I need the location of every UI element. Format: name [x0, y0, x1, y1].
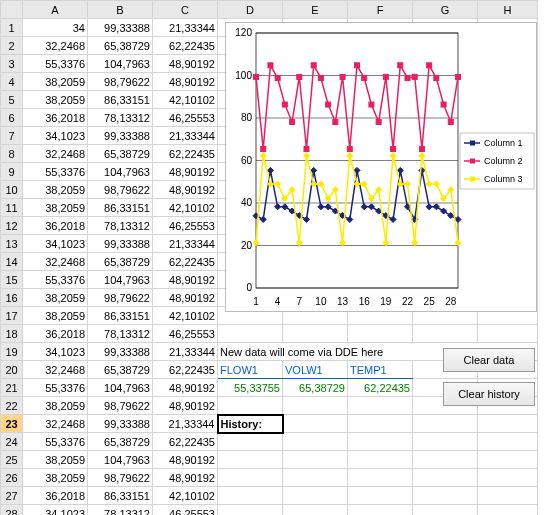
cell[interactable]: [413, 469, 478, 487]
cell[interactable]: 98,79622: [88, 73, 153, 91]
cell[interactable]: 38,2059: [23, 307, 88, 325]
cell[interactable]: [348, 469, 413, 487]
cell[interactable]: [413, 325, 478, 343]
cell[interactable]: 21,33344: [153, 19, 218, 37]
row-header[interactable]: 12: [1, 217, 23, 235]
cell[interactable]: 46,25553: [153, 325, 218, 343]
cell[interactable]: [283, 469, 348, 487]
cell[interactable]: 78,13312: [88, 325, 153, 343]
cell[interactable]: 32,2468: [23, 145, 88, 163]
cell[interactable]: [218, 451, 283, 469]
cell[interactable]: 55,3376: [23, 271, 88, 289]
cell[interactable]: 36,2018: [23, 487, 88, 505]
cell[interactable]: 86,33151: [88, 91, 153, 109]
clear-data-button[interactable]: Clear data: [443, 348, 535, 372]
cell[interactable]: 48,90192: [153, 271, 218, 289]
cell[interactable]: 48,90192: [153, 73, 218, 91]
cell[interactable]: 104,7963: [88, 379, 153, 397]
cell[interactable]: [478, 487, 538, 505]
cell[interactable]: 38,2059: [23, 397, 88, 415]
cell[interactable]: 46,25553: [153, 217, 218, 235]
cell[interactable]: 86,33151: [88, 307, 153, 325]
cell[interactable]: 62,22435: [153, 253, 218, 271]
cell[interactable]: 62,22435: [153, 37, 218, 55]
row-header[interactable]: 25: [1, 451, 23, 469]
cell[interactable]: [283, 415, 348, 433]
cell[interactable]: 32,2468: [23, 361, 88, 379]
cell[interactable]: 38,2059: [23, 91, 88, 109]
col-header-E[interactable]: E: [283, 1, 348, 19]
cell[interactable]: [218, 397, 283, 415]
cell[interactable]: 34,1023: [23, 505, 88, 516]
cell[interactable]: [218, 505, 283, 516]
cell[interactable]: FLOW1: [218, 361, 283, 379]
cell[interactable]: [478, 505, 538, 516]
row-header[interactable]: 13: [1, 235, 23, 253]
cell[interactable]: 98,79622: [88, 397, 153, 415]
cell[interactable]: 48,90192: [153, 397, 218, 415]
cell[interactable]: 99,33388: [88, 19, 153, 37]
cell[interactable]: [413, 451, 478, 469]
cell[interactable]: [283, 433, 348, 451]
cell[interactable]: 21,33344: [153, 127, 218, 145]
cell[interactable]: [413, 433, 478, 451]
row-header[interactable]: 2: [1, 37, 23, 55]
cell[interactable]: 34,1023: [23, 235, 88, 253]
cell[interactable]: 48,90192: [153, 289, 218, 307]
cell[interactable]: 104,7963: [88, 55, 153, 73]
col-header-H[interactable]: H: [478, 1, 538, 19]
cell[interactable]: 62,22435: [348, 379, 413, 397]
cell[interactable]: 34: [23, 19, 88, 37]
cell[interactable]: 48,90192: [153, 181, 218, 199]
cell[interactable]: 48,90192: [153, 379, 218, 397]
cell[interactable]: 65,38729: [88, 361, 153, 379]
cell[interactable]: 38,2059: [23, 451, 88, 469]
cell[interactable]: 32,2468: [23, 253, 88, 271]
cell[interactable]: [283, 487, 348, 505]
cell[interactable]: 32,2468: [23, 37, 88, 55]
cell[interactable]: 62,22435: [153, 361, 218, 379]
cell[interactable]: 98,79622: [88, 181, 153, 199]
cell[interactable]: [348, 451, 413, 469]
cell[interactable]: [348, 487, 413, 505]
cell[interactable]: 62,22435: [153, 433, 218, 451]
row-header[interactable]: 19: [1, 343, 23, 361]
cell[interactable]: [348, 397, 413, 415]
col-header-F[interactable]: F: [348, 1, 413, 19]
col-header-G[interactable]: G: [413, 1, 478, 19]
cell[interactable]: [283, 397, 348, 415]
cell[interactable]: 65,38729: [283, 379, 348, 397]
row-header[interactable]: 22: [1, 397, 23, 415]
cell[interactable]: 99,33388: [88, 343, 153, 361]
cell[interactable]: [218, 433, 283, 451]
clear-history-button[interactable]: Clear history: [443, 382, 535, 406]
cell[interactable]: 34,1023: [23, 127, 88, 145]
cell[interactable]: [348, 433, 413, 451]
col-header-C[interactable]: C: [153, 1, 218, 19]
row-header[interactable]: 8: [1, 145, 23, 163]
row-header[interactable]: 16: [1, 289, 23, 307]
cell[interactable]: 55,3376: [23, 55, 88, 73]
row-header[interactable]: 5: [1, 91, 23, 109]
cell[interactable]: [283, 325, 348, 343]
row-header[interactable]: 17: [1, 307, 23, 325]
cell[interactable]: 78,13312: [88, 217, 153, 235]
cell[interactable]: VOLW1: [283, 361, 348, 379]
cell[interactable]: 99,33388: [88, 415, 153, 433]
cell[interactable]: 86,33151: [88, 487, 153, 505]
cell[interactable]: [348, 415, 413, 433]
row-header[interactable]: 23: [1, 415, 23, 433]
corner-cell[interactable]: [1, 1, 23, 19]
col-header-B[interactable]: B: [88, 1, 153, 19]
cell[interactable]: 21,33344: [153, 415, 218, 433]
cell[interactable]: 55,3376: [23, 379, 88, 397]
cell[interactable]: 55,3376: [23, 163, 88, 181]
cell[interactable]: 36,2018: [23, 109, 88, 127]
cell[interactable]: [478, 451, 538, 469]
cell[interactable]: [348, 505, 413, 516]
line-chart[interactable]: 02040608010012014710131619222528Column 1…: [225, 22, 537, 312]
cell[interactable]: 78,13312: [88, 109, 153, 127]
cell[interactable]: 32,2468: [23, 415, 88, 433]
cell[interactable]: [218, 469, 283, 487]
cell[interactable]: TEMP1: [348, 361, 413, 379]
